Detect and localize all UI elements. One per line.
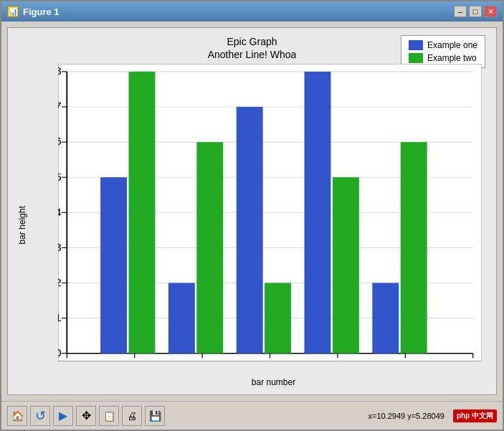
svg-text:4: 4 bbox=[58, 206, 62, 218]
status-coords: x=10.2949 y=5.28049 bbox=[368, 412, 444, 420]
back-button[interactable]: ↺ bbox=[30, 406, 50, 426]
svg-text:5: 5 bbox=[58, 171, 62, 183]
svg-rect-48 bbox=[265, 283, 291, 354]
chart-area: Example one Example two Epic Graph Anoth… bbox=[1, 22, 503, 401]
close-button[interactable]: ✕ bbox=[484, 6, 497, 17]
svg-text:3: 3 bbox=[58, 241, 62, 253]
svg-text:1: 1 bbox=[58, 311, 62, 323]
legend: Example one Example two bbox=[401, 35, 485, 68]
save-button[interactable]: 💾 bbox=[145, 406, 165, 426]
svg-text:8: 8 bbox=[334, 359, 341, 361]
chart-title-line1: Epic Graph bbox=[208, 35, 297, 48]
select-button[interactable]: 📋 bbox=[99, 406, 119, 426]
legend-item-two: Example two bbox=[409, 53, 477, 63]
svg-rect-45 bbox=[168, 283, 195, 354]
main-window: 📊 Figure 1 – □ ✕ Example one Example two bbox=[0, 0, 504, 431]
svg-text:8: 8 bbox=[58, 65, 62, 77]
legend-color-one bbox=[409, 40, 423, 50]
print-button[interactable]: 🖨 bbox=[122, 406, 142, 426]
minimize-button[interactable]: – bbox=[454, 6, 467, 17]
title-bar-left: 📊 Figure 1 bbox=[7, 6, 60, 17]
x-axis-label: bar number bbox=[58, 377, 489, 387]
title-bar: 📊 Figure 1 – □ ✕ bbox=[1, 1, 503, 22]
legend-label-two: Example two bbox=[427, 53, 477, 63]
chart-title: Epic Graph Another Line! Whoa bbox=[208, 35, 297, 61]
legend-color-two bbox=[409, 53, 423, 63]
svg-rect-46 bbox=[196, 142, 223, 354]
window-controls: – □ ✕ bbox=[454, 6, 497, 17]
svg-rect-49 bbox=[305, 72, 331, 354]
svg-rect-50 bbox=[333, 178, 359, 354]
svg-text:7: 7 bbox=[58, 100, 62, 113]
toolbar: 🏠 ↺ ▶ ✥ 📋 🖨 💾 x=10.2949 y=5.28049 php 中文… bbox=[1, 401, 503, 430]
svg-text:0: 0 bbox=[64, 359, 71, 361]
forward-button[interactable]: ▶ bbox=[53, 406, 73, 426]
svg-rect-47 bbox=[237, 107, 263, 354]
svg-text:2: 2 bbox=[131, 359, 138, 361]
y-axis-label: bar height bbox=[15, 64, 29, 387]
window-title: Figure 1 bbox=[23, 6, 60, 17]
svg-text:4: 4 bbox=[199, 359, 206, 361]
svg-text:12: 12 bbox=[466, 359, 480, 361]
home-button[interactable]: 🏠 bbox=[7, 406, 27, 426]
svg-rect-43 bbox=[100, 178, 127, 354]
svg-rect-51 bbox=[372, 283, 399, 354]
svg-rect-44 bbox=[129, 72, 156, 354]
chart-container: Example one Example two Epic Graph Anoth… bbox=[7, 27, 497, 395]
svg-text:0: 0 bbox=[58, 346, 62, 359]
chart-inner: bar height bbox=[15, 64, 489, 387]
pan-button[interactable]: ✥ bbox=[76, 406, 96, 426]
svg-text:6: 6 bbox=[58, 136, 62, 148]
svg-text:6: 6 bbox=[267, 359, 274, 361]
chart-title-line2: Another Line! Whoa bbox=[208, 48, 297, 61]
maximize-button[interactable]: □ bbox=[469, 6, 482, 17]
php-badge: php 中文网 bbox=[453, 409, 497, 422]
svg-text:10: 10 bbox=[399, 359, 412, 361]
legend-label-one: Example one bbox=[427, 40, 477, 50]
svg-rect-52 bbox=[401, 142, 427, 354]
window-icon: 📊 bbox=[7, 6, 19, 17]
svg-text:2: 2 bbox=[58, 276, 62, 288]
legend-item-one: Example one bbox=[409, 40, 477, 50]
